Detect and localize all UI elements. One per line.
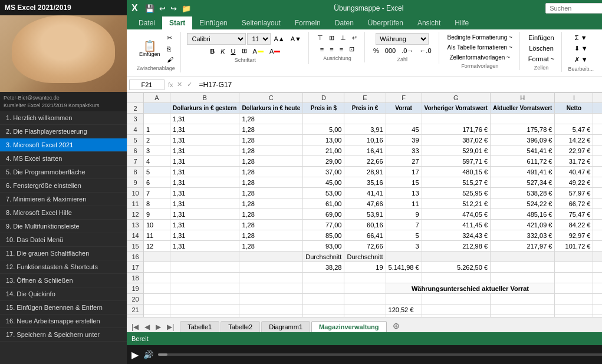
sidebar-item-10[interactable]: 10. Das Datei Menü [0,233,127,247]
cell-G5[interactable]: 387,02 € [422,135,490,145]
font-size-select[interactable]: 11 [247,33,271,45]
insert-cells-button[interactable]: Einfügen [526,33,556,42]
copy-button[interactable]: ⎘ [165,44,176,54]
cell-A6[interactable]: 3 [144,145,170,156]
video-play-button[interactable]: ▶ [131,349,139,360]
cell-A11[interactable]: 8 [144,198,170,209]
cell-E7[interactable]: 22,66 [344,156,386,167]
font-family-select[interactable]: Calibri [187,33,246,45]
ribbon-tab-datei[interactable]: Datei [131,16,162,29]
increase-decimal-button[interactable]: .0→ [399,46,416,55]
cell-I17[interactable] [555,262,593,273]
cell-G2[interactable]: Vorheriger Vorratswert [422,103,490,114]
cell-G4[interactable]: 171,76 € [422,124,490,135]
cell-I9[interactable]: 49,22 € [555,177,593,188]
cell-F4[interactable]: 45 [386,124,422,135]
cell-H16[interactable] [491,252,555,262]
increase-font-button[interactable]: A▲ [272,34,287,44]
cell-I18[interactable] [555,273,593,283]
cell-J11[interactable]: 12,68 € [593,198,602,209]
cell-C19[interactable] [239,283,303,294]
cell-G20[interactable] [422,294,490,305]
cell-D2[interactable]: Preis in $ [303,103,344,114]
cell-C10[interactable]: 1,28 [239,188,303,198]
cell-E6[interactable]: 16,41 [344,145,386,156]
ribbon-tab-ueberpruefen[interactable]: Überprüfen [361,16,410,29]
cell-I15[interactable]: 101,72 € [555,241,593,252]
sidebar-item-16[interactable]: 16. Neue Arbeitsmappe erstellen [0,315,127,328]
ribbon-tab-einfuegen[interactable]: Einfügen [192,16,234,29]
cell-B17[interactable] [170,262,239,273]
save-icon[interactable]: 💾 [144,4,156,13]
cell-D10[interactable]: 53,00 [303,188,344,198]
cell-G10[interactable]: 525,95 € [422,188,490,198]
sidebar-item-13[interactable]: 13. Öffnen & Schließen [0,274,127,287]
cell-C3[interactable]: 1,28 [239,114,303,124]
cell-E19[interactable] [344,283,386,294]
sidebar-item-15[interactable]: 15. Einfügen Benennen & Entfern [0,301,127,315]
sidebar-item-7[interactable]: 7. Minimieren & Maximieren [0,193,127,206]
cell-J10[interactable]: 11,01 € [593,188,602,198]
cell-A12[interactable]: 9 [144,209,170,220]
sidebar-item-11[interactable]: 11. Die grauen Schaltflächen [0,247,127,260]
formula-cancel-icon[interactable]: ✕ [177,81,182,88]
cell-F5[interactable]: 39 [386,135,422,145]
cell-C7[interactable]: 1,28 [239,156,303,167]
cell-D8[interactable]: 37,00 [303,167,344,177]
cell-D19[interactable] [303,283,344,294]
cell-G19[interactable] [555,283,593,294]
cell-I3[interactable] [555,114,593,124]
cell-B12[interactable]: 1,31 [170,209,239,220]
search-input[interactable] [545,3,602,14]
clear-button[interactable]: ✗ ▼ [572,55,590,65]
cell-B6[interactable]: 1,31 [170,145,239,156]
cell-J9[interactable]: 9,35 € [593,177,602,188]
cell-E20[interactable] [344,294,386,305]
cell-H11[interactable]: 524,22 € [491,198,555,209]
video-progress-track[interactable] [158,353,602,356]
cell-A18[interactable] [144,273,170,283]
cell-B9[interactable]: 1,31 [170,177,239,188]
bold-button[interactable]: B [208,47,217,56]
autosum-button[interactable]: Σ ▼ [573,33,590,42]
cell-A15[interactable]: 12 [144,241,170,252]
cell-B14[interactable]: 1,31 [170,230,239,241]
cell-J14[interactable]: 17,66 € [593,230,602,241]
cell-D6[interactable]: 21,00 [303,145,344,156]
cell-H13[interactable]: 421,09 € [491,220,555,230]
cell-E5[interactable]: 10,16 [344,135,386,145]
sheet-tab-tabelle1[interactable]: Tabelle1 [180,321,219,332]
cell-D13[interactable]: 77,00 [303,220,344,230]
border-button[interactable]: ⊞ [239,46,249,56]
cell-B20[interactable] [170,294,239,305]
underline-button[interactable]: U [229,47,238,56]
ribbon-tab-hilfe[interactable]: Hilfe [448,16,476,29]
cell-H3[interactable] [491,114,555,124]
fill-button[interactable]: ⬇ ▼ [572,44,590,54]
cell-H21[interactable] [491,305,555,315]
cell-E13[interactable]: 60,16 [344,220,386,230]
sheet-nav-first[interactable]: |◀ [129,322,141,332]
cell-I13[interactable]: 84,22 € [555,220,593,230]
decrease-decimal-button[interactable]: ←.0 [417,46,433,55]
sidebar-item-5[interactable]: 5. Die Programmoberfläche [0,166,127,179]
merge-cells-button[interactable]: ⊡ [347,44,357,54]
cell-D18[interactable] [303,273,344,283]
cell-D4[interactable]: 5,00 [303,124,344,135]
cell-H19[interactable] [593,283,602,294]
align-left-button[interactable]: ≡ [318,45,326,54]
cell-A10[interactable]: 7 [144,188,170,198]
cell-reference-box[interactable]: F21 [129,80,165,90]
cell-B5[interactable]: 1,31 [170,135,239,145]
cell-D9[interactable]: 45,00 [303,177,344,188]
cell-F13[interactable]: 7 [386,220,422,230]
percent-button[interactable]: % [371,46,381,55]
cell-B19[interactable] [170,283,239,294]
cell-A14[interactable]: 11 [144,230,170,241]
formula-confirm-icon[interactable]: ✓ [187,81,192,88]
cell-I5[interactable]: 14,22 € [555,135,593,145]
wrap-text-button[interactable]: ↵ [350,33,360,43]
cell-H15[interactable]: 217,97 € [491,241,555,252]
delete-cells-button[interactable]: Löschen [527,44,556,53]
cell-F14[interactable]: 5 [386,230,422,241]
